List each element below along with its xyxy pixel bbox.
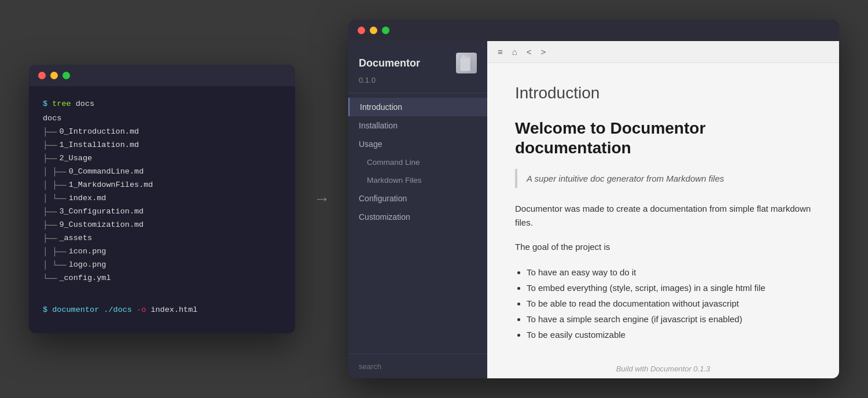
arrow-indicator: →	[314, 190, 330, 208]
tree-line-11: logo.png	[69, 259, 106, 272]
sidebar-item-customization[interactable]: Customization	[348, 208, 487, 226]
tree-line-9: _assets	[59, 232, 92, 245]
tree-line-7: 3_Configuration.md	[59, 205, 144, 219]
doc-maximize-button[interactable]	[382, 27, 389, 34]
tree-line-8: 9_Customization.md	[59, 219, 144, 232]
tree-line-6: index.md	[69, 192, 106, 205]
content-blockquote: A super intuitive doc generator from Mar…	[515, 169, 811, 188]
list-item-2: To embed everything (style, script, imag…	[527, 280, 811, 296]
maximize-button-dot[interactable]	[62, 72, 70, 79]
terminal-prompt-2: $	[43, 304, 47, 317]
terminal-titlebar	[29, 65, 295, 86]
content-paragraph-1: Documentor was made to create a document…	[515, 202, 811, 230]
content-heading: Welcome to Documentor documentation	[515, 119, 811, 157]
terminal-tree-arg: docs	[76, 98, 94, 111]
content-footer: Build with Documentor 0.1.3	[515, 353, 811, 378]
sidebar-item-configuration[interactable]: Configuration	[348, 189, 487, 208]
tree-line-5: 1_MarkdownFiles.md	[69, 179, 153, 192]
doc-titlebar	[348, 20, 839, 41]
content-area: ≡ ⌂ < > Introduction Welcome to Document…	[487, 41, 839, 378]
terminal-output-file: index.html	[150, 304, 197, 317]
doc-close-button[interactable]	[358, 27, 365, 34]
content-toolbar: ≡ ⌂ < >	[487, 41, 839, 63]
list-item-4: To have a simple search engine (if javas…	[527, 311, 811, 327]
search-input[interactable]	[359, 362, 477, 371]
menu-icon[interactable]: ≡	[498, 47, 503, 57]
content-paragraph-2: The goal of the project is	[515, 240, 811, 254]
terminal-prompt: $	[43, 98, 47, 111]
terminal-window: $ tree docs docs ├── 0_Introduction.md ├…	[29, 65, 295, 333]
documentation-window: Documentor	[348, 20, 839, 378]
doc-minimize-button[interactable]	[370, 27, 377, 34]
tree-line-2: 1_Installation.md	[59, 139, 139, 152]
tree-line-4: 0_CommandLine.md	[69, 165, 144, 179]
svg-rect-2	[460, 57, 470, 71]
terminal-body: $ tree docs docs ├── 0_Introduction.md ├…	[29, 86, 295, 333]
sidebar-item-usage[interactable]: Usage	[348, 135, 487, 153]
list-item-3: To be able to read the documentation wit…	[527, 296, 811, 311]
blockquote-text: A super intuitive doc generator from Mar…	[527, 174, 724, 183]
sidebar-nav: Introduction Installation Usage Command …	[348, 93, 487, 353]
sidebar-item-installation[interactable]: Installation	[348, 116, 487, 135]
footer-text: Build with Documentor 0.1.3	[616, 364, 711, 373]
terminal-flag: -o	[137, 304, 146, 317]
home-icon[interactable]: ⌂	[512, 47, 517, 57]
tree-output: docs ├── 0_Introduction.md ├── 1_Install…	[43, 112, 281, 285]
doc-icon	[456, 53, 477, 73]
sidebar-footer	[348, 353, 487, 378]
page-title: Introduction	[515, 84, 811, 102]
sidebar-header: Documentor	[348, 41, 487, 93]
sidebar-item-introduction[interactable]: Introduction	[348, 98, 487, 116]
sidebar: Documentor	[348, 41, 487, 378]
tree-line-3: 2_Usage	[59, 152, 92, 165]
content-body: Introduction Welcome to Documentor docum…	[487, 63, 839, 378]
doc-body: Documentor	[348, 41, 839, 378]
content-list: To have an easy way to do it To embed ev…	[527, 264, 811, 342]
terminal-tree-command: tree	[52, 98, 71, 111]
tree-line-10: icon.png	[69, 245, 106, 259]
minimize-button-dot[interactable]	[50, 72, 58, 79]
app-version: 0.1.0	[359, 76, 477, 84]
back-icon[interactable]: <	[527, 47, 532, 57]
terminal-bottom-cmd: documentor ./docs	[52, 304, 132, 317]
sidebar-item-command-line[interactable]: Command Line	[348, 153, 487, 171]
sidebar-item-markdown-files[interactable]: Markdown Files	[348, 171, 487, 189]
tree-line-12: _config.yml	[59, 272, 111, 285]
list-item-1: To have an easy way to do it	[527, 264, 811, 280]
sidebar-title-row: Documentor	[359, 53, 477, 73]
app-title: Documentor	[359, 57, 420, 69]
close-button-dot[interactable]	[38, 72, 46, 79]
list-item-5: To be easily customizable	[527, 327, 811, 342]
tree-line-0: docs	[43, 112, 61, 126]
tree-line-1: 0_Introduction.md	[59, 126, 139, 139]
forward-icon[interactable]: >	[541, 47, 546, 57]
